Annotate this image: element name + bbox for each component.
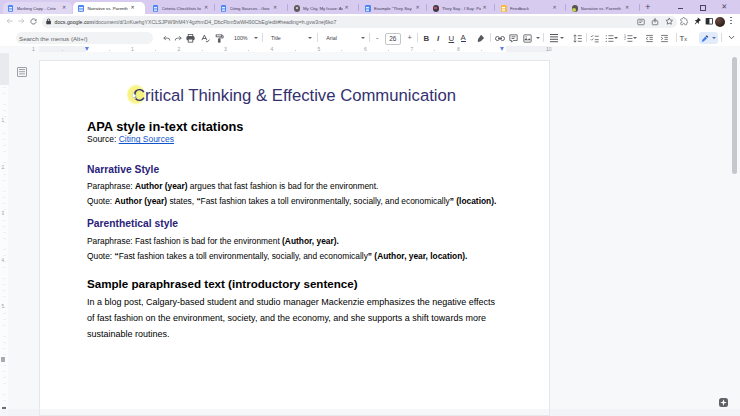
- svg-text:2: 2: [624, 37, 626, 41]
